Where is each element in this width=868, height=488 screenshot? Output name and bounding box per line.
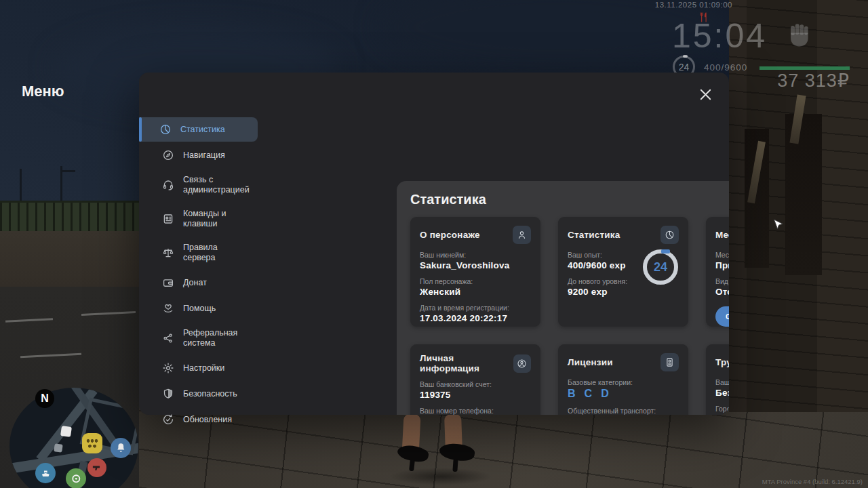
target-blip: [66, 468, 86, 488]
person-icon: [513, 226, 531, 244]
card-field: Базовые категории:BCD: [568, 378, 679, 400]
level-progress-ring: 24: [643, 249, 678, 285]
sidebar-item-label: Реферальная система: [183, 328, 251, 348]
mouse-cursor: [773, 219, 784, 232]
compass-icon: [162, 149, 174, 161]
sidebar-item-referral-system[interactable]: Реферальная система: [139, 322, 258, 354]
sidebar-item-label: Правила сервера: [183, 243, 251, 263]
close-icon[interactable]: [696, 85, 715, 104]
sidebar-item-label: Помощь: [183, 304, 216, 314]
sidebar-item-admin-contact[interactable]: Связь с администрацией: [139, 169, 258, 201]
sidebar-item-updates[interactable]: Обновления: [139, 407, 258, 432]
sidebar-item-navigation[interactable]: Навигация: [139, 143, 258, 167]
sidebar-item-settings[interactable]: Настройки: [139, 356, 258, 380]
card-residence: Место жительстваМесто проживания:Приволж…: [706, 217, 729, 327]
hud-xp: 400/9600: [704, 62, 747, 73]
wallet-icon: [162, 277, 174, 289]
card-about-character: О персонажеВаш никнейм:Sakura_Voroshilov…: [410, 217, 540, 327]
card-field: Ваш банковский счет:119375: [420, 380, 531, 400]
card-statistics: СтатистикаВаш опыт:400/9600 expДо нового…: [558, 217, 688, 327]
sidebar-item-label: Безопасность: [183, 389, 237, 399]
scales-icon: [162, 247, 174, 259]
red-blip: [87, 458, 106, 477]
boat-blip: [35, 463, 56, 483]
compass-north: N: [35, 389, 54, 408]
card-title: Лицензии: [568, 357, 613, 367]
journal-icon: [162, 213, 174, 225]
field-label: Пол персонажа:: [420, 277, 531, 285]
page-title: Статистика: [410, 192, 729, 207]
referral-network-icon: [162, 332, 174, 344]
mark-on-map-button[interactable]: Отметить на карте: [715, 306, 729, 327]
field-label: Базовые категории:: [568, 378, 679, 386]
hud-datetime: 13.11.2025 01:09:00: [655, 1, 732, 9]
field-value: Приволжск: [715, 260, 729, 270]
sidebar-item-security[interactable]: Безопасность: [139, 382, 258, 406]
sidebar-item-label: Обновления: [183, 415, 232, 425]
field-label: Вид имущества:: [715, 277, 729, 285]
sidebar-item-statistics[interactable]: Статистика: [139, 117, 258, 142]
card-field: Ваша должность:Безработный: [715, 378, 729, 398]
card-field: Место проживания:Приволжск: [715, 251, 729, 270]
field-label: Ваш никнейм:: [420, 251, 531, 259]
sidebar-item-label: Команды и клавиши: [183, 209, 251, 229]
headset-icon: [162, 179, 174, 191]
field-value: Женский: [420, 287, 531, 297]
sidebar-item-label: Навигация: [183, 150, 225, 161]
field-label: Ваша должность:: [715, 378, 729, 386]
pie-chart-icon: [159, 123, 172, 136]
license-letter: D: [601, 388, 609, 400]
bridge-posts: [0, 166, 142, 203]
field-value: 17.03.2024 20:22:17: [420, 313, 531, 323]
field-label: Ваш номер телефона:: [420, 407, 531, 415]
field-value: 119375: [420, 390, 531, 400]
card-field: Дата и время регистрации:17.03.2024 20:2…: [420, 304, 531, 323]
house-marker: [60, 426, 72, 437]
hud-money: 37 313₽: [746, 70, 850, 92]
sidebar-nav: СтатистикаНавигацияСвязь с администрацие…: [139, 116, 258, 433]
card-employment: ТрудоустройствоВаша должность:Безработны…: [706, 344, 729, 415]
field-label: Общественный транспорт:: [568, 407, 679, 415]
sidebar-item-label: Настройки: [183, 363, 224, 373]
sidebar-item-label: Статистика: [180, 125, 225, 135]
heart-hands-icon: [162, 302, 174, 314]
card-title: Трудоустройство: [715, 357, 729, 367]
card-field: Ваш номер телефона:8 (963) 147-24-10: [420, 407, 531, 415]
hud-clock: 15:04: [672, 16, 767, 56]
license-letter: C: [585, 388, 593, 400]
person-circle-icon: [513, 354, 531, 373]
card-personal-info: Личная информацияВаш банковский счет:119…: [410, 344, 540, 415]
sidebar-item-label: Связь с администрацией: [183, 175, 251, 195]
card-title: О персонаже: [420, 230, 480, 240]
field-label: Ваш банковский счет:: [420, 380, 531, 388]
menu-content: Статистика О персонажеВаш никнейм:Sakura…: [397, 181, 729, 415]
card-title: Личная информация: [420, 353, 513, 373]
dirt-ground: [0, 231, 144, 287]
update-check-icon: [162, 413, 174, 426]
taxi-blip: [82, 433, 102, 453]
field-label: Место проживания:: [715, 251, 729, 259]
server-watermark: MTA Province #4 (build: 6.12421.9): [762, 478, 863, 485]
card-field: Общественный транспорт:: [568, 407, 679, 415]
fist-icon: [785, 20, 814, 56]
card-title: Статистика: [568, 230, 620, 240]
menu-title: Меню: [22, 83, 64, 100]
card-field: Вид имущества:Отсутствует: [715, 277, 729, 297]
field-value: Отсутствует: [715, 287, 729, 297]
game-screen: 13.11.2025 01:09:00 15:04 24 400/9600 37…: [0, 0, 868, 488]
hunger-icon: [698, 12, 709, 23]
railway-bridge: [0, 201, 144, 235]
card-field: Ваш никнейм:Sakura_Voroshilova: [420, 251, 531, 270]
sidebar-item-label: Донат: [183, 278, 207, 288]
right-heel: [452, 459, 458, 472]
license-letter: B: [568, 388, 576, 400]
gear-icon: [162, 362, 174, 374]
sidebar-item-help[interactable]: Помощь: [139, 296, 258, 321]
field-value: Sakura_Voroshilova: [420, 260, 531, 270]
field-value: Безработный: [715, 388, 729, 398]
sidebar-item-server-rules[interactable]: Правила сервера: [139, 237, 258, 269]
sidebar-item-donate[interactable]: Донат: [139, 270, 258, 295]
shield-icon: [162, 388, 174, 400]
sidebar-item-commands-keys[interactable]: Команды и клавиши: [139, 203, 258, 235]
gray-square: [54, 443, 63, 453]
